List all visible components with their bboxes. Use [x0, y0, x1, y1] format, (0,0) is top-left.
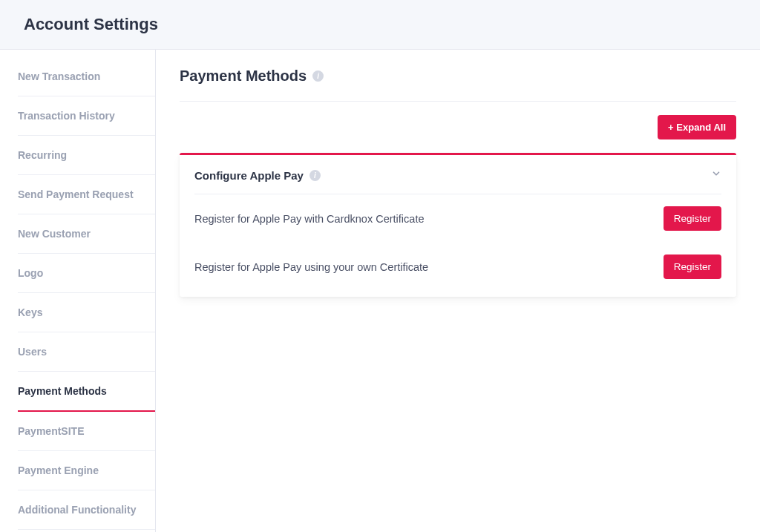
card-row-own-cert: Register for Apple Pay using your own Ce… — [194, 243, 721, 291]
main-title: Payment Methods — [180, 68, 307, 85]
sidebar-item-new-customer[interactable]: New Customer — [18, 214, 155, 254]
sidebar-item-send-payment-request[interactable]: Send Payment Request — [18, 175, 155, 214]
info-icon[interactable]: i — [309, 170, 321, 181]
card-header-left: Configure Apple Pay i — [194, 169, 321, 182]
sidebar-item-new-transaction[interactable]: New Transaction — [18, 57, 155, 96]
main-content: Payment Methods i + Expand All Configure… — [156, 50, 760, 532]
toolbar: + Expand All — [180, 102, 736, 153]
main-header: Payment Methods i — [180, 68, 736, 102]
sidebar-item-paymentsite[interactable]: PaymentSITE — [18, 412, 155, 451]
sidebar-item-recurring[interactable]: Recurring — [18, 136, 155, 175]
card-header[interactable]: Configure Apple Pay i — [194, 155, 721, 194]
sidebar-item-payment-methods[interactable]: Payment Methods — [18, 372, 155, 412]
row-label: Register for Apple Pay using your own Ce… — [194, 261, 428, 273]
register-button-cardknox[interactable]: Register — [664, 206, 721, 231]
sidebar-item-users[interactable]: Users — [18, 332, 155, 372]
chevron-down-icon[interactable] — [711, 168, 721, 182]
card-row-cardknox-cert: Register for Apple Pay with Cardknox Cer… — [194, 194, 721, 243]
row-label: Register for Apple Pay with Cardknox Cer… — [194, 213, 424, 225]
sidebar-item-logo[interactable]: Logo — [18, 254, 155, 293]
sidebar-item-transaction-history[interactable]: Transaction History — [18, 96, 155, 136]
page-header: Account Settings — [0, 0, 760, 50]
sidebar-item-payment-engine[interactable]: Payment Engine — [18, 451, 155, 490]
info-icon[interactable]: i — [312, 70, 324, 82]
configure-apple-pay-card: Configure Apple Pay i Register for Apple… — [180, 153, 736, 297]
card-title: Configure Apple Pay — [194, 169, 304, 182]
page-title: Account Settings — [24, 15, 736, 34]
sidebar: New Transaction Transaction History Recu… — [0, 50, 156, 532]
layout: New Transaction Transaction History Recu… — [0, 50, 760, 532]
expand-all-button[interactable]: + Expand All — [658, 115, 736, 139]
sidebar-item-keys[interactable]: Keys — [18, 293, 155, 332]
register-button-own-cert[interactable]: Register — [664, 254, 721, 279]
sidebar-item-additional-functionality[interactable]: Additional Functionality — [18, 490, 155, 530]
